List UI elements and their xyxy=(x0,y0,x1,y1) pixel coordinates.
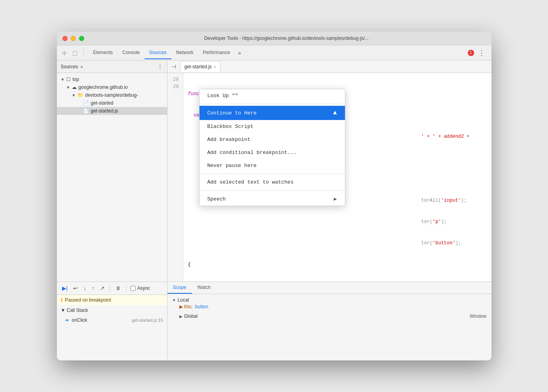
file-tree: ▼ ☐ top ▼ ☁ googlechrome.github.io ▼ 📁 d… xyxy=(57,73,167,281)
devtools-tab-bar: ⊹ ⬚ Elements Console Sources Network Per… xyxy=(57,45,492,60)
ctx-divider-2 xyxy=(200,174,345,174)
tabs-more-icon[interactable]: » xyxy=(235,47,244,58)
prop-key-this: ▶ this: xyxy=(179,304,193,309)
ctx-item-speech[interactable]: Speech ▶ xyxy=(200,192,345,206)
async-checkbox-label[interactable]: Async xyxy=(130,285,150,291)
ctx-item-never-pause[interactable]: Never pause here xyxy=(200,159,345,172)
editor-tab-get-started-js[interactable]: get-started.js × xyxy=(180,61,221,72)
scope-tabs: Scope Watch xyxy=(168,282,492,294)
ctx-item-continue[interactable]: Continue to Here ▲ xyxy=(200,106,345,120)
maximize-button[interactable] xyxy=(79,36,84,41)
tree-label-top: top xyxy=(73,77,79,82)
cursor-icon[interactable]: ⊹ xyxy=(61,49,68,57)
device-icon[interactable]: ⬚ xyxy=(71,49,79,57)
editor-nav-button[interactable]: ⊣ xyxy=(170,62,178,71)
tree-item-get-started-js[interactable]: 📄 get-started.js xyxy=(57,107,167,115)
debug-divider-2 xyxy=(126,285,126,292)
tree-arrow-devtools: ▼ xyxy=(72,93,77,98)
editor-tab-close-icon[interactable]: × xyxy=(214,64,216,69)
ctx-arrow-speech: ▶ xyxy=(334,196,337,202)
debug-divider xyxy=(110,285,110,292)
async-checkbox[interactable] xyxy=(130,286,136,291)
sidebar-more-icon[interactable]: » xyxy=(81,64,83,69)
ctx-label-speech: Speech xyxy=(207,196,226,202)
tree-item-devtools[interactable]: ▼ 📁 devtools-samples/debug- xyxy=(57,91,167,99)
scope-global-label[interactable]: ▶ Global xyxy=(179,313,198,319)
tab-performance[interactable]: Performance xyxy=(198,47,235,59)
ctx-item-blackbox[interactable]: Blackbox Script xyxy=(200,120,345,133)
prop-val-this: button xyxy=(195,304,208,309)
sidebar-menu-icon[interactable]: ⋮ xyxy=(157,63,163,70)
tree-label-get-started: get-started xyxy=(91,100,113,106)
ctx-label-add-watches: Add selected text to watches xyxy=(207,179,294,185)
tree-label-github: googlechrome.github.io xyxy=(79,84,128,90)
tab-network[interactable]: Network xyxy=(171,47,198,59)
cloud-icon: ☁ xyxy=(72,84,77,90)
scope-global-value: Window xyxy=(470,313,487,319)
bottom-left-panel: ▶| ↩ ↓ ↑ ↗ ⏸ Async ℹ Paused on breakpoin… xyxy=(57,282,168,360)
code-viewer[interactable]: 28 29 function updateLabel() { var adden… xyxy=(168,73,492,281)
ctx-label-look-up: Look Up "" xyxy=(207,93,238,99)
editor-tabs: ⊣ get-started.js × xyxy=(168,60,492,73)
scope-local-label[interactable]: ▼ Local xyxy=(172,297,487,303)
editor-tab-label: get-started.js xyxy=(185,64,212,69)
devtools-window: Developer Tools - https://googlechrome.g… xyxy=(57,32,492,360)
tab-sources[interactable]: Sources xyxy=(145,47,171,59)
window-title: Developer Tools - https://googlechrome.g… xyxy=(87,36,486,41)
step-over-button[interactable]: ↩ xyxy=(72,284,79,292)
tree-arrow-empty1 xyxy=(77,101,83,105)
scope-global-row[interactable]: ▶ Global Window xyxy=(172,312,487,320)
close-button[interactable] xyxy=(62,36,68,41)
tree-item-github[interactable]: ▼ ☁ googlechrome.github.io xyxy=(57,83,167,91)
scope-global-text: Global xyxy=(184,313,198,319)
ctx-label-add-cond-bp: Add conditional breakpoint... xyxy=(207,150,297,156)
call-stack-func-name: onClick xyxy=(72,317,132,323)
file-sidebar: Sources » ⋮ ▼ ☐ top ▼ ☁ googlechrome.git… xyxy=(57,60,168,281)
devtools-menu-icon[interactable]: ⋮ xyxy=(476,47,488,59)
scope-global-arrow: ▶ xyxy=(179,314,183,319)
code-line-brace: { xyxy=(188,261,487,268)
tree-arrow-empty2 xyxy=(77,109,83,113)
sidebar-title: Sources xyxy=(61,64,78,69)
call-stack-header: ▼ Call Stack xyxy=(57,305,167,315)
minimize-button[interactable] xyxy=(71,36,76,41)
ctx-label-never-pause: Never pause here xyxy=(207,163,257,169)
bottom-right-panel: Scope Watch ▼ Local ▶ this: button xyxy=(168,282,492,360)
js-file-icon: 📄 xyxy=(83,108,89,114)
code-line-right4: tor('button'); xyxy=(188,240,487,247)
call-stack-arrow-icon: ➜ xyxy=(65,317,69,323)
ctx-divider-3 xyxy=(200,190,345,191)
title-bar: Developer Tools - https://googlechrome.g… xyxy=(57,32,492,45)
file-icon-gs: 📄 xyxy=(83,100,89,106)
ctx-divider-1 xyxy=(200,104,345,104)
ctx-item-add-bp[interactable]: Add breakpoint xyxy=(200,133,345,146)
ctx-label-add-bp: Add breakpoint xyxy=(207,137,250,143)
tab-elements[interactable]: Elements xyxy=(89,47,118,59)
tree-arrow-top: ▼ xyxy=(61,77,66,82)
call-stack-location: get-started.js:15 xyxy=(132,318,163,323)
ctx-item-add-cond-bp[interactable]: Add conditional breakpoint... xyxy=(200,146,345,159)
call-stack-item-onclick[interactable]: ➜ onClick get-started.js:15 xyxy=(57,315,167,325)
tab-console[interactable]: Console xyxy=(118,47,145,59)
scope-group-local: ▼ Local ▶ this: button xyxy=(172,297,487,311)
debugger-toolbar: ▶| ↩ ↓ ↑ ↗ ⏸ Async xyxy=(57,282,167,295)
ctx-item-look-up[interactable]: Look Up "" xyxy=(200,89,345,102)
code-line-right3: tor('p'); xyxy=(188,218,487,225)
cursor-arrow-icon: ▲ xyxy=(333,109,337,116)
info-icon: ℹ xyxy=(61,297,63,303)
pause-exceptions-button[interactable]: ⏸ xyxy=(114,284,122,292)
step-into-button[interactable]: ↓ xyxy=(82,284,87,292)
step-button[interactable]: ↗ xyxy=(99,284,106,292)
error-badge: 1 xyxy=(468,50,474,56)
tree-item-get-started[interactable]: 📄 get-started xyxy=(57,99,167,107)
tree-item-top[interactable]: ▼ ☐ top xyxy=(57,75,167,83)
scope-prop-this[interactable]: ▶ this: button xyxy=(172,303,487,311)
line-numbers: 28 29 xyxy=(168,73,183,281)
ctx-label-continue: Continue to Here xyxy=(207,110,257,116)
tab-scope[interactable]: Scope xyxy=(168,282,192,294)
step-out-button[interactable]: ↑ xyxy=(90,284,96,292)
ctx-item-add-watches[interactable]: Add selected text to watches xyxy=(200,176,345,189)
resume-button[interactable]: ▶| xyxy=(61,284,69,292)
tree-label-get-started-js: get-started.js xyxy=(91,108,118,114)
tab-watch[interactable]: Watch xyxy=(192,282,217,294)
